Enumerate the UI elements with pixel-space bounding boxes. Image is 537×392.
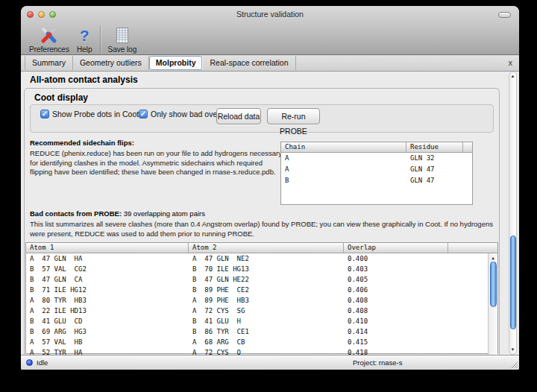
atom1-cell: B 71 ILE HG12	[26, 285, 189, 295]
scroll-up-icon[interactable]: ▲	[509, 73, 516, 80]
table-scrollbar-thumb[interactable]	[490, 262, 497, 307]
atom2-cell: B 70 ILE HG13	[189, 264, 344, 274]
window-chrome: Structure validation Preferences ? Help	[21, 6, 519, 55]
atom1-cell: B 57 VAL CG2	[26, 264, 189, 274]
zoom-window-button[interactable]	[49, 11, 56, 18]
tab-summary[interactable]: Summary	[25, 56, 73, 70]
flips-table-header: Chain Residue	[281, 142, 472, 153]
tab-bar: Summary Geometry outliers Molprobity Rea…	[21, 55, 519, 72]
toolbar: Preferences ? Help	[25, 22, 140, 55]
scroll-up-icon[interactable]: ▲	[489, 254, 497, 261]
traffic-lights	[27, 11, 56, 18]
save-log-button[interactable]: Save log	[104, 25, 141, 54]
residue-cell: GLN 47	[406, 164, 435, 175]
table-scrollbar[interactable]: ▲	[488, 253, 497, 355]
resize-grip[interactable]	[509, 360, 518, 369]
overlap-cell: 0.406	[344, 285, 448, 295]
help-label: Help	[77, 45, 92, 54]
atom1-cell: A 22 ILE HD13	[26, 306, 189, 316]
show-probe-dots-checkbox[interactable]: ✓ Show Probe dots in Coot	[40, 110, 139, 118]
table-row[interactable]: A GLN 32	[281, 153, 472, 164]
column-header-overlap[interactable]: Overlap	[344, 243, 448, 253]
bad-contacts-table[interactable]: Atom 1 Atom 2 Overlap A 47 GLN HA A 47 G…	[25, 242, 498, 354]
overlap-cell: 0.403	[344, 264, 448, 274]
tools-icon	[40, 25, 59, 45]
table-row[interactable]: B 47 GLN CA B 47 GLN HE22 0.405	[26, 274, 497, 285]
overlap-cell: 0.415	[344, 337, 448, 347]
sidechain-flips-heading: Recommended sidechain flips:	[30, 139, 134, 147]
atom1-cell: A 80 TYR HB3	[26, 295, 189, 306]
table-row[interactable]: A 57 VAL HB A 68 ARG CB 0.415	[26, 337, 497, 347]
chain-cell: A	[281, 164, 406, 175]
column-header-atom2[interactable]: Atom 2	[189, 243, 344, 253]
table-row[interactable]: A 80 TYR HB3 A 89 PHE HB3 0.408	[26, 295, 497, 306]
save-log-label: Save log	[108, 45, 137, 54]
checkbox-checked-icon[interactable]: ✓	[139, 110, 148, 118]
column-header-blank	[463, 142, 472, 152]
status-bar: Idle Project: rnase-s	[21, 355, 519, 370]
overlap-cell: 0.408	[344, 295, 448, 306]
column-header-atom1[interactable]: Atom 1	[26, 243, 189, 253]
rerun-probe-button[interactable]: Re-run PROBE	[267, 108, 320, 124]
column-header-residue[interactable]: Residue	[406, 142, 463, 152]
overlap-cell: 0.414	[344, 326, 448, 337]
atom2-cell: B 41 GLU H	[189, 316, 344, 326]
status-led-icon	[26, 359, 33, 366]
reload-data-button[interactable]: Reload data	[216, 108, 261, 124]
tab-geometry-outliers[interactable]: Geometry outliers	[73, 56, 149, 70]
table-row[interactable]: B 57 VAL CG2 B 70 ILE HG13 0.403	[26, 264, 497, 274]
bad-contacts-title: Bad contacts from PROBE:	[30, 209, 122, 218]
window-title: Structure validation	[21, 6, 519, 22]
table-row[interactable]: A 22 ILE HD13 A 72 CYS SG 0.408	[26, 306, 497, 316]
table-row[interactable]: A 47 GLN HA A 47 GLN NE2 0.400	[26, 253, 497, 264]
overlap-cell: 0.405	[344, 274, 448, 285]
table-row[interactable]: B GLN 47	[281, 175, 472, 186]
status-text: Idle	[37, 358, 48, 367]
contacts-table-body: A 47 GLN HA A 47 GLN NE2 0.400 B 57 VAL …	[26, 253, 497, 355]
show-probe-dots-label: Show Probe dots in Coot	[52, 110, 139, 118]
help-icon: ?	[80, 25, 90, 45]
column-header-chain[interactable]: Chain	[281, 142, 406, 152]
tab-real-space-correlation[interactable]: Real-space correlation	[203, 56, 295, 70]
minimize-window-button[interactable]	[38, 11, 45, 18]
help-button[interactable]: ? Help	[73, 25, 96, 54]
table-row[interactable]: B 41 GLU CD B 41 GLU H 0.410	[26, 316, 497, 326]
atom2-cell: B 86 TYR CE1	[189, 326, 344, 337]
toolbar-toggle-button[interactable]	[498, 12, 511, 18]
main-scrollbar-thumb[interactable]	[510, 235, 516, 329]
atom1-cell: A 47 GLN HA	[26, 253, 189, 264]
checkbox-checked-icon[interactable]: ✓	[40, 110, 49, 118]
atom1-cell: B 47 GLN CA	[26, 274, 189, 285]
close-window-button[interactable]	[27, 11, 34, 18]
bad-contacts-count: 39 overlapping atom pairs	[124, 209, 205, 218]
project-label: Project: rnase-s	[353, 358, 403, 367]
atom2-cell: A 68 ARG CB	[189, 337, 344, 347]
scroll-down-icon[interactable]: ▼	[509, 347, 516, 353]
residue-cell: GLN 32	[406, 153, 435, 164]
molprobity-panel: All-atom contact analysis Coot display ✓…	[21, 72, 507, 355]
chain-cell: B	[281, 175, 406, 186]
close-icon[interactable]: x	[509, 57, 513, 68]
bad-contacts-description: This list summarizes all severe clashes …	[30, 220, 503, 238]
atom2-cell: B 89 PHE CE2	[189, 285, 344, 295]
titlebar[interactable]: Structure validation	[21, 6, 519, 22]
residue-cell: GLN 47	[406, 175, 435, 186]
structure-validation-window: Structure validation Preferences ? Help	[21, 6, 519, 370]
coot-display-heading: Coot display	[34, 92, 88, 103]
table-row[interactable]: B 69 ARG HG3 B 86 TYR CE1 0.414	[26, 326, 497, 337]
overlap-cell: 0.410	[344, 316, 448, 326]
atom1-cell: A 57 VAL HB	[26, 337, 189, 347]
bad-contacts-heading: Bad contacts from PROBE: 39 overlapping …	[30, 209, 205, 218]
sidechain-flips-table[interactable]: Chain Residue A GLN 32 A GLN 47 B GLN 47	[280, 142, 473, 205]
atom1-cell: B 41 GLU CD	[26, 316, 189, 326]
table-row[interactable]: B 71 ILE HG12 B 89 PHE CE2 0.406	[26, 285, 497, 295]
table-row[interactable]: A GLN 47	[281, 164, 472, 175]
atom1-cell: B 69 ARG HG3	[26, 326, 189, 337]
tab-molprobity[interactable]: Molprobity	[149, 56, 204, 70]
coot-controls-box	[30, 104, 494, 133]
overlap-cell: 0.400	[344, 253, 448, 264]
atom2-cell: A 72 CYS SG	[189, 306, 344, 316]
spreadsheet-icon	[115, 25, 130, 45]
main-scrollbar[interactable]: ▲ ▼	[509, 72, 517, 355]
preferences-button[interactable]: Preferences	[25, 25, 73, 54]
